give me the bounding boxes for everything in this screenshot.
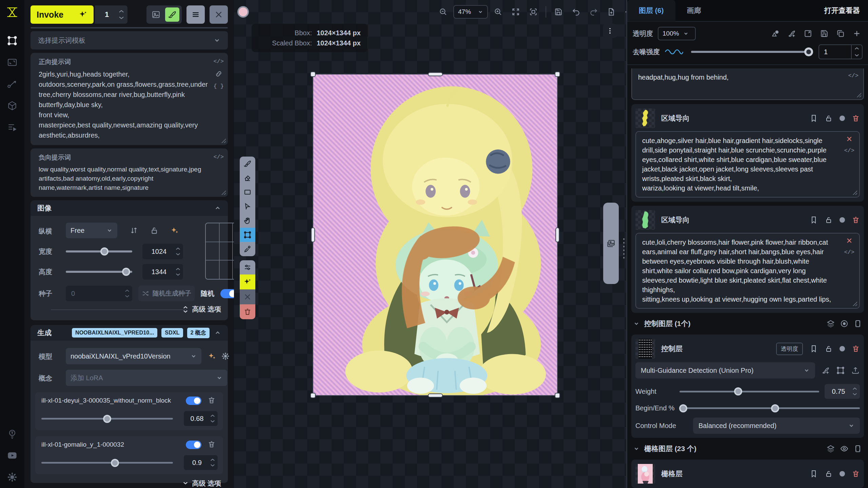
bookmark-icon[interactable]: [810, 345, 818, 353]
regional-guidance-layer[interactable]: 区域导向 cute,loli,cherry blossoms,hair flow…: [631, 206, 864, 313]
layers-icon[interactable]: [827, 445, 835, 453]
embedding-code-icon[interactable]: </>: [844, 249, 854, 256]
brush-color-swatch[interactable]: [237, 6, 249, 18]
redo-button[interactable]: [586, 5, 601, 19]
save-layer-button[interactable]: [818, 28, 830, 39]
regional-prompt-text[interactable]: headpat,hug,hug from behind,: [638, 73, 843, 82]
begin-end-slider[interactable]: [679, 407, 860, 409]
eyedropper-tool[interactable]: [240, 242, 255, 256]
bbox-handle-sw[interactable]: [310, 393, 316, 398]
swap-dims-button[interactable]: [130, 226, 138, 235]
brush-tool[interactable]: [240, 157, 255, 171]
resize-handle[interactable]: [852, 189, 857, 195]
bbox-handle-s[interactable]: [428, 393, 443, 398]
bookmark-icon[interactable]: [810, 216, 818, 224]
fit-to-view-button[interactable]: [508, 5, 523, 19]
denoise-input[interactable]: 1: [818, 44, 863, 59]
visibility-dot[interactable]: [840, 116, 845, 121]
new-canvas-button[interactable]: [604, 5, 619, 19]
bbox-handle-n[interactable]: [428, 72, 443, 76]
process-filter-button[interactable]: [821, 366, 830, 375]
pan-tool[interactable]: [240, 214, 255, 228]
video-tutorials-button[interactable]: [5, 448, 20, 463]
randomize-seed-button[interactable]: 随机生成种子: [138, 286, 195, 301]
link-icon[interactable]: [215, 70, 222, 78]
nav-workflows-button[interactable]: [5, 77, 20, 92]
transform-layer-button[interactable]: [802, 28, 814, 39]
tool-settings-button[interactable]: [240, 260, 255, 274]
control-layers-header[interactable]: 控制图层 (1个): [631, 317, 864, 330]
bbox-handle-w[interactable]: [311, 227, 315, 242]
bookmark-icon[interactable]: [810, 470, 818, 478]
frame-icon[interactable]: [854, 445, 862, 453]
upload-icon[interactable]: [851, 366, 860, 375]
trash-icon[interactable]: [852, 216, 860, 224]
generation-bbox[interactable]: [313, 74, 558, 396]
resize-handle[interactable]: [220, 189, 226, 195]
visibility-dot[interactable]: [840, 217, 845, 223]
regional-prompt-text[interactable]: cute,loli,cherry blossoms,hair flower,pi…: [642, 238, 839, 304]
width-slider[interactable]: [66, 250, 132, 252]
lock-icon[interactable]: [825, 114, 833, 122]
filter-layer-button[interactable]: [786, 28, 797, 39]
visibility-icon[interactable]: [840, 445, 848, 453]
lora-weight-input[interactable]: 0.9: [184, 455, 218, 470]
cancel-button[interactable]: [240, 289, 255, 304]
tab-gallery[interactable]: 画廊: [675, 0, 713, 21]
bbox-handle-ne[interactable]: [555, 72, 560, 77]
control-mode-select[interactable]: Balanced (recommended): [693, 418, 860, 434]
trash-icon[interactable]: [852, 470, 860, 478]
height-input[interactable]: 1344: [142, 264, 183, 280]
remove-prompt-icon[interactable]: ✕: [846, 136, 852, 143]
canvas-edit-button[interactable]: [165, 7, 179, 22]
save-canvas-button[interactable]: [551, 5, 566, 19]
invoke-region-button[interactable]: [240, 274, 255, 289]
fit-bbox-button[interactable]: [526, 5, 541, 19]
rect-tool[interactable]: [240, 185, 255, 199]
undo-button[interactable]: [569, 5, 584, 19]
layers-icon[interactable]: [827, 320, 835, 328]
seed-input[interactable]: 0: [66, 286, 132, 301]
zoom-out-button[interactable]: [436, 5, 451, 19]
gallery-panel-handle[interactable]: [603, 203, 619, 284]
panel-resize-handle[interactable]: [623, 237, 625, 260]
opacity-select[interactable]: 100%: [658, 27, 696, 40]
regional-prompt-box[interactable]: headpat,hug,hug from behind, </>: [631, 68, 864, 100]
visibility-dot[interactable]: [840, 346, 845, 351]
lora-enabled-toggle[interactable]: [186, 396, 201, 405]
scrollbar[interactable]: [31, 27, 228, 28]
layer-opacity-button[interactable]: 透明度: [776, 343, 803, 355]
embedding-code-icon[interactable]: </>: [213, 58, 224, 65]
resize-handle[interactable]: [852, 301, 857, 306]
bbox-handle-nw[interactable]: [310, 72, 316, 77]
add-lora-select[interactable]: 添加 LoRA: [66, 370, 227, 386]
raster-layer[interactable]: 栅格层: [631, 460, 864, 488]
add-layer-button[interactable]: [851, 28, 863, 39]
lora-weight-slider[interactable]: [41, 418, 173, 420]
lock-aspect-icon[interactable]: [150, 226, 159, 235]
braces-icon[interactable]: { }: [213, 83, 224, 89]
increment-icon[interactable]: [119, 10, 124, 13]
trash-icon[interactable]: [852, 345, 860, 353]
denoise-slider[interactable]: [691, 51, 812, 53]
lock-icon[interactable]: [825, 216, 833, 224]
close-panel-button[interactable]: [210, 5, 228, 24]
bbox-handle-se[interactable]: [555, 393, 560, 398]
regional-prompt-box[interactable]: cute,loli,cherry blossoms,hair flower,pi…: [635, 233, 860, 309]
aspect-select[interactable]: Free: [66, 223, 117, 238]
merge-visible-button[interactable]: [770, 28, 781, 39]
nav-queue-button[interactable]: [5, 120, 20, 135]
lock-icon[interactable]: [825, 470, 833, 478]
height-slider[interactable]: [66, 271, 132, 273]
weight-input[interactable]: 0.75: [825, 384, 860, 399]
tab-layers[interactable]: 图层 (6): [627, 0, 675, 21]
canvas-menu-button[interactable]: [603, 24, 617, 38]
prompt-template-select[interactable]: 选择提示词模板: [31, 31, 228, 49]
image-viewer-button[interactable]: [149, 7, 163, 22]
regional-prompt-text[interactable]: cute,ahoge,silver hair,blue hair,gradien…: [642, 136, 839, 193]
trash-icon[interactable]: [852, 114, 860, 122]
control-model-select[interactable]: Multi-Guidance Detection (Union Pro): [635, 362, 815, 379]
settings-button[interactable]: [5, 470, 20, 485]
embedding-code-icon[interactable]: </>: [848, 73, 859, 79]
eraser-tool[interactable]: [240, 171, 255, 185]
